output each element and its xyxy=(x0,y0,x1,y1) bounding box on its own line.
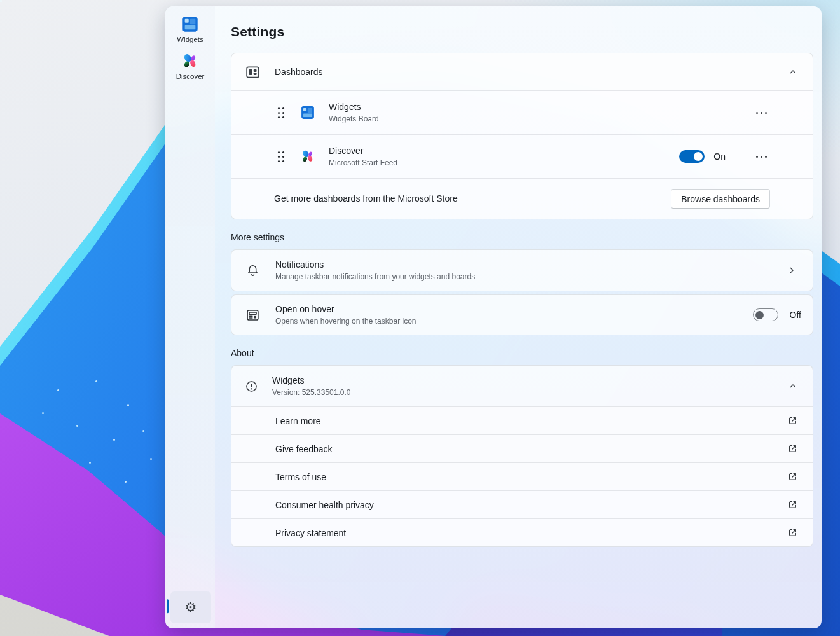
open-on-hover-subtitle: Opens when hovering on the taskbar icon xyxy=(275,317,753,326)
dashboard-row-discover: Discover Microsoft Start Feed On xyxy=(231,134,813,178)
sidebar-item-label: Discover xyxy=(176,73,205,80)
external-link-icon xyxy=(787,471,798,482)
more-options-icon[interactable] xyxy=(755,108,768,118)
row-text: Widgets Version: 525.33501.0.0 xyxy=(272,375,788,397)
discover-icon xyxy=(301,149,315,163)
sidebar-item-discover[interactable]: Discover xyxy=(165,47,215,84)
about-card: Widgets Version: 525.33501.0.0 Learn mor… xyxy=(231,365,813,547)
browse-dashboards-button[interactable]: Browse dashboards xyxy=(671,189,770,209)
dashboards-icon xyxy=(245,64,261,80)
drag-handle-icon[interactable] xyxy=(278,151,284,162)
widgets-sidebar: Widgets Discover ⚙︎ xyxy=(165,6,215,628)
dashboard-name: Widgets xyxy=(329,102,755,113)
dashboards-title: Dashboards xyxy=(275,67,788,77)
discover-toggle[interactable] xyxy=(679,150,705,163)
link-row-give-feedback[interactable]: Give feedback xyxy=(231,434,813,462)
more-options-icon[interactable] xyxy=(755,152,768,162)
link-label: Privacy statement xyxy=(275,528,787,538)
get-more-text: Get more dashboards from the Microsoft S… xyxy=(274,193,671,204)
notifications-subtitle: Manage taskbar notifications from your w… xyxy=(275,272,787,281)
row-text: Open on hover Opens when hovering on the… xyxy=(275,304,753,326)
link-row-learn-more[interactable]: Learn more xyxy=(231,406,813,434)
link-label: Terms of use xyxy=(275,472,787,482)
dashboards-card: Dashboards Widgets xyxy=(231,53,813,219)
external-link-icon xyxy=(787,415,798,426)
info-icon xyxy=(245,380,258,393)
about-header[interactable]: Widgets Version: 525.33501.0.0 xyxy=(231,366,813,406)
link-row-terms-of-use[interactable]: Terms of use xyxy=(231,462,813,490)
settings-page: Settings Dashboards xyxy=(215,6,822,628)
sidebar-item-widgets[interactable]: Widgets xyxy=(165,6,215,47)
row-text: Widgets Widgets Board xyxy=(329,102,755,123)
get-more-dashboards-row: Get more dashboards from the Microsoft S… xyxy=(231,178,813,219)
chevron-up-icon xyxy=(788,382,797,391)
gear-icon: ⚙︎ xyxy=(185,600,197,615)
open-on-hover-title: Open on hover xyxy=(275,304,753,315)
settings-button[interactable]: ⚙︎ xyxy=(170,591,211,623)
dashboard-row-widgets: Widgets Widgets Board xyxy=(231,90,813,134)
widgets-board-icon xyxy=(182,16,198,32)
about-version: Version: 525.33501.0.0 xyxy=(272,388,788,397)
link-label: Give feedback xyxy=(275,444,787,454)
about-title: Widgets xyxy=(272,375,788,386)
about-label: About xyxy=(231,347,813,359)
link-label: Learn more xyxy=(275,416,787,426)
widgets-board-icon xyxy=(301,106,315,120)
feed-panel-icon xyxy=(245,308,260,322)
toggle-state-label: Off xyxy=(790,310,801,320)
external-link-icon xyxy=(787,527,798,538)
chevron-up-icon xyxy=(788,67,797,76)
dashboard-name: Discover xyxy=(329,146,679,156)
link-row-consumer-health-privacy[interactable]: Consumer health privacy xyxy=(231,490,813,518)
dashboard-description: Microsoft Start Feed xyxy=(329,158,679,167)
notifications-title: Notifications xyxy=(275,259,787,270)
notifications-row[interactable]: Notifications Manage taskbar notificatio… xyxy=(231,249,813,291)
chevron-right-icon xyxy=(787,266,796,275)
open-on-hover-toggle[interactable] xyxy=(753,308,778,321)
row-text: Notifications Manage taskbar notificatio… xyxy=(275,259,787,281)
drag-handle-icon[interactable] xyxy=(278,107,284,118)
bell-icon xyxy=(245,263,260,278)
desktop: Widgets Discover ⚙︎ Settings xyxy=(0,0,840,636)
row-text: Discover Microsoft Start Feed xyxy=(329,146,679,167)
link-label: Consumer health privacy xyxy=(275,500,787,510)
sidebar-item-label: Widgets xyxy=(177,36,203,43)
toggle-state-label: On xyxy=(713,151,726,162)
external-link-icon xyxy=(787,499,798,510)
page-title: Settings xyxy=(231,23,813,41)
discover-icon xyxy=(182,53,198,69)
more-settings-label: More settings xyxy=(231,231,813,244)
external-link-icon xyxy=(787,443,798,454)
dashboards-header[interactable]: Dashboards xyxy=(231,53,813,90)
dashboard-description: Widgets Board xyxy=(329,114,755,123)
open-on-hover-row: Open on hover Opens when hovering on the… xyxy=(231,294,813,335)
selected-accent-bar xyxy=(167,599,169,613)
wallpaper-sparkles xyxy=(0,0,2,2)
widgets-settings-panel: Widgets Discover ⚙︎ Settings xyxy=(165,6,822,628)
sidebar-footer: ⚙︎ xyxy=(165,586,215,628)
link-row-privacy-statement[interactable]: Privacy statement xyxy=(231,518,813,546)
